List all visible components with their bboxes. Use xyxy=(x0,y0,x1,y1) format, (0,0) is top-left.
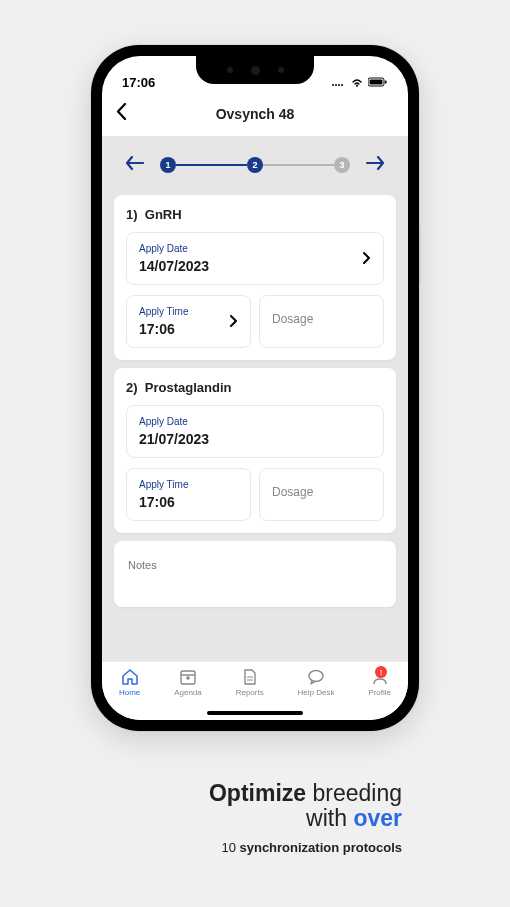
apply-date-label-1: Apply Date xyxy=(139,243,371,254)
apply-time-label-1: Apply Time xyxy=(139,306,238,317)
apply-time-field-2[interactable]: Apply Time 17:06 xyxy=(126,468,251,521)
step-dot-1[interactable]: 1 xyxy=(160,157,176,173)
protocol-step-card-1: 1) GnRH Apply Date 14/07/2023 Apply Time… xyxy=(114,195,396,360)
content-area[interactable]: 1 2 3 1) GnRH Apply Date 14/07 xyxy=(102,136,408,661)
step-line-1 xyxy=(176,164,247,166)
apply-date-value-1: 14/07/2023 xyxy=(139,258,371,274)
status-time: 17:06 xyxy=(122,75,155,90)
notch xyxy=(196,56,314,84)
svg-point-4 xyxy=(356,85,358,87)
step-title-1: 1) GnRH xyxy=(126,207,384,222)
app-header: Ovsynch 48 xyxy=(102,92,408,136)
apply-time-field-1[interactable]: Apply Time 17:06 xyxy=(126,295,251,348)
step-name-2: Prostaglandin xyxy=(145,380,232,395)
stepper-track: 1 2 3 xyxy=(160,157,350,173)
step-num-2: 2) xyxy=(126,380,138,395)
apply-time-value-1: 17:06 xyxy=(139,321,238,337)
calendar-icon xyxy=(179,668,197,686)
nav-helpdesk[interactable]: Help Desk xyxy=(298,668,335,697)
apply-time-value-2: 17:06 xyxy=(139,494,238,510)
step-dot-3[interactable]: 3 xyxy=(334,157,350,173)
step-dot-2[interactable]: 2 xyxy=(247,157,263,173)
document-icon xyxy=(241,668,259,686)
marketing-word-breeding: breeding xyxy=(306,780,402,806)
phone-screen: 17:06 Ovsynch 48 xyxy=(102,56,408,720)
protocol-stepper: 1 2 3 xyxy=(102,136,408,187)
cellular-icon xyxy=(332,75,346,90)
nav-agenda[interactable]: Agenda xyxy=(174,668,202,697)
marketing-line3: 10 synchronization protocols xyxy=(0,840,402,855)
status-right xyxy=(332,75,388,90)
phone-frame: 17:06 Ovsynch 48 xyxy=(91,45,419,731)
nav-home-label: Home xyxy=(119,688,140,697)
svg-rect-6 xyxy=(370,80,383,85)
stepper-next-button[interactable] xyxy=(366,154,384,175)
stepper-prev-button[interactable] xyxy=(126,154,144,175)
wifi-icon xyxy=(350,75,364,90)
notch-sensor-dot xyxy=(278,67,284,73)
chevron-right-icon xyxy=(230,313,238,331)
marketing-text: Optimize breeding with over 10 synchroni… xyxy=(0,780,510,855)
svg-point-3 xyxy=(341,84,343,86)
step-title-2: 2) Prostaglandin xyxy=(126,380,384,395)
apply-date-field-2[interactable]: Apply Date 21/07/2023 xyxy=(126,405,384,458)
chevron-right-icon xyxy=(363,250,371,268)
marketing-line1: Optimize breeding xyxy=(0,780,402,807)
step-name-1: GnRH xyxy=(145,207,182,222)
marketing-with: with xyxy=(306,805,353,831)
svg-rect-7 xyxy=(385,81,387,84)
home-indicator[interactable] xyxy=(207,711,303,715)
step-num-1: 1) xyxy=(126,207,138,222)
notes-label: Notes xyxy=(128,559,157,571)
step-line-2 xyxy=(263,164,334,166)
dosage-placeholder-1: Dosage xyxy=(272,306,371,326)
page-title: Ovsynch 48 xyxy=(216,106,295,122)
apply-date-value-2: 21/07/2023 xyxy=(139,431,371,447)
marketing-protocols: synchronization protocols xyxy=(239,840,402,855)
svg-point-14 xyxy=(309,671,323,682)
nav-home[interactable]: Home xyxy=(119,668,140,697)
nav-profile[interactable]: ! Profile xyxy=(368,668,391,697)
nav-profile-label: Profile xyxy=(368,688,391,697)
dosage-placeholder-2: Dosage xyxy=(272,479,371,499)
marketing-count: 10 xyxy=(221,840,239,855)
dosage-field-1[interactable]: Dosage xyxy=(259,295,384,348)
battery-icon xyxy=(368,75,388,90)
apply-date-field-1[interactable]: Apply Date 14/07/2023 xyxy=(126,232,384,285)
nav-reports-label: Reports xyxy=(236,688,264,697)
home-icon xyxy=(121,668,139,686)
marketing-line2: with over xyxy=(0,805,402,832)
chat-icon xyxy=(307,668,325,686)
nav-helpdesk-label: Help Desk xyxy=(298,688,335,697)
svg-point-1 xyxy=(335,84,337,86)
nav-agenda-label: Agenda xyxy=(174,688,202,697)
dosage-field-2[interactable]: Dosage xyxy=(259,468,384,521)
back-button[interactable] xyxy=(116,103,127,125)
notch-camera-dot xyxy=(251,66,260,75)
marketing-over: over xyxy=(353,805,402,831)
profile-badge: ! xyxy=(375,666,387,678)
apply-date-label-2: Apply Date xyxy=(139,416,371,427)
marketing-word-optimize: Optimize xyxy=(209,780,306,806)
notch-speaker-dot xyxy=(227,67,233,73)
protocol-step-card-2: 2) Prostaglandin Apply Date 21/07/2023 A… xyxy=(114,368,396,533)
nav-reports[interactable]: Reports xyxy=(236,668,264,697)
apply-time-label-2: Apply Time xyxy=(139,479,238,490)
svg-point-2 xyxy=(338,84,340,86)
side-button xyxy=(419,225,421,285)
notes-field[interactable]: Notes xyxy=(114,541,396,607)
svg-point-0 xyxy=(332,84,334,86)
